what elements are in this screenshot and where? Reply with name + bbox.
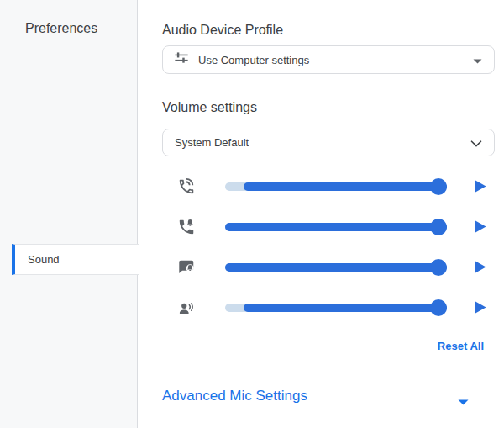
sidebar: Preferences Sound xyxy=(0,0,138,428)
dropdown-arrow-icon xyxy=(473,52,482,67)
volume-slider-row-message xyxy=(138,258,504,277)
advanced-expand-arrow-icon[interactable] xyxy=(458,394,469,399)
phone-bell-icon xyxy=(177,218,196,236)
chevron-down-icon xyxy=(470,135,482,151)
advanced-mic-settings-label: Advanced Mic Settings xyxy=(162,388,307,404)
slider-thumb[interactable] xyxy=(430,219,447,235)
slider-thumb[interactable] xyxy=(430,178,447,195)
volume-slider-message[interactable] xyxy=(225,259,447,276)
volume-slider-row-voice xyxy=(138,299,504,317)
preferences-panel: Preferences Sound Audio Device Profile U… xyxy=(0,0,504,428)
person-voice-icon xyxy=(177,299,196,317)
section-divider xyxy=(155,373,504,373)
volume-slider-row-ringtone xyxy=(138,218,504,236)
main-content: Audio Device Profile Use Computer settin… xyxy=(138,0,504,428)
sidebar-item-label: Sound xyxy=(15,253,60,266)
volume-slider-row-call xyxy=(138,177,504,196)
audio-profile-heading: Audio Device Profile xyxy=(162,22,283,39)
play-voice-sound-button[interactable] xyxy=(473,300,488,315)
sidebar-item-sound[interactable]: Sound xyxy=(12,244,139,275)
play-call-sound-button[interactable] xyxy=(473,179,488,194)
tune-icon xyxy=(174,50,189,69)
phone-in-talk-icon xyxy=(177,177,196,196)
play-message-sound-button[interactable] xyxy=(473,260,488,275)
audio-profile-value: Use Computer settings xyxy=(198,54,309,66)
volume-settings-heading: Volume settings xyxy=(162,99,257,116)
play-ringtone-button[interactable] xyxy=(473,219,488,235)
sidebar-title: Preferences xyxy=(25,21,97,36)
slider-thumb[interactable] xyxy=(430,259,447,276)
slider-thumb[interactable] xyxy=(430,299,447,316)
output-device-value: System Default xyxy=(175,136,249,149)
volume-slider-call[interactable] xyxy=(225,178,447,195)
volume-slider-voice[interactable] xyxy=(225,299,447,316)
advanced-mic-settings-toggle[interactable]: Advanced Mic Settings xyxy=(162,387,492,407)
volume-slider-ringtone[interactable] xyxy=(225,219,447,235)
output-device-select[interactable]: System Default xyxy=(162,129,495,156)
audio-profile-select[interactable]: Use Computer settings xyxy=(162,45,495,74)
reset-all-link[interactable]: Reset All xyxy=(438,340,484,352)
chat-alert-icon xyxy=(177,258,196,277)
